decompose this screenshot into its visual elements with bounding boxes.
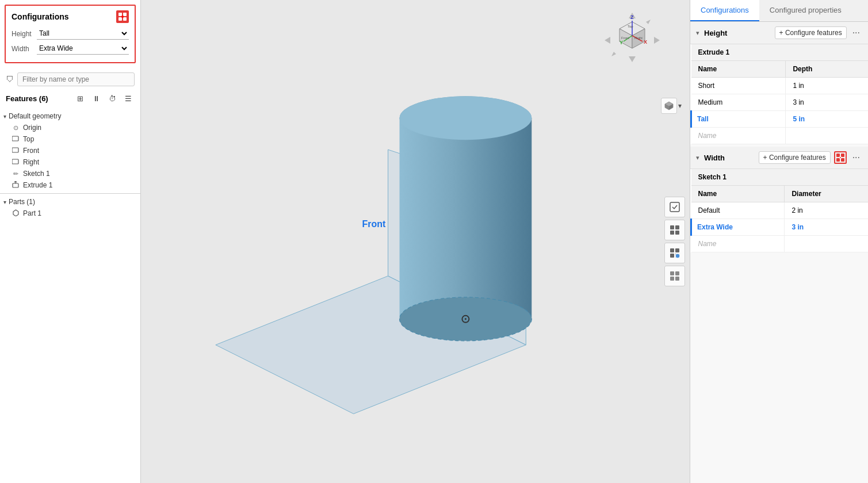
svg-rect-44	[675, 231, 679, 235]
svg-point-17	[465, 318, 466, 320]
toolbar-btn-4[interactable]	[664, 266, 685, 286]
tree-item-extrude1[interactable]: Extrude 1	[0, 179, 140, 191]
width-icon-box	[834, 151, 847, 164]
filter-icon: ⛉	[6, 75, 14, 84]
tree-item-part1[interactable]: Part 1	[0, 208, 140, 219]
svg-rect-59	[841, 158, 844, 162]
features-header: Features (6) ⊞ ⏸ ⏱ ☰	[0, 89, 140, 108]
tree-item-right[interactable]: Right	[0, 156, 140, 168]
view-cube-btn[interactable]: ▾	[661, 98, 682, 114]
width-more-btn[interactable]: ···	[850, 152, 862, 163]
height-collapse-icon[interactable]: ▾	[696, 29, 699, 37]
table-row-placeholder[interactable]: Name	[691, 236, 869, 252]
tree-area: ▾ Default geometry ⊙ Origin Top Front Ri…	[0, 108, 140, 483]
width-collapse-icon[interactable]: ▾	[696, 154, 699, 162]
svg-marker-22	[654, 37, 660, 44]
tree-item-origin[interactable]: ⊙ Origin	[0, 122, 140, 133]
list-btn[interactable]: ☰	[122, 92, 135, 105]
svg-rect-50	[670, 271, 674, 275]
cube-navigator[interactable]: Z Y X Top Front Right	[603, 12, 655, 63]
svg-point-61	[840, 157, 841, 158]
height-section: ▾ Height + Configure features ··· Extrud…	[690, 22, 868, 144]
toolbar-btn-2[interactable]	[664, 220, 685, 240]
tab-configured-properties[interactable]: Configured properties	[759, 0, 852, 21]
svg-rect-57	[841, 154, 844, 157]
origin-label: Origin	[23, 124, 41, 132]
front-label: Front	[23, 147, 39, 155]
top-label: Top	[23, 135, 34, 143]
plane-icon-front	[12, 147, 20, 154]
tree-item-sketch1[interactable]: ✏ Sketch 1	[0, 168, 140, 179]
svg-rect-8	[13, 183, 18, 187]
width-section-title: Width	[704, 154, 755, 162]
width-diameter-col: Diameter	[785, 186, 868, 202]
sketch1-label: Sketch 1	[23, 170, 50, 178]
filter-input[interactable]	[17, 72, 135, 86]
row-name-placeholder: Name	[691, 128, 786, 144]
width-name-col: Name	[691, 186, 785, 202]
toolbar-btn-1[interactable]	[664, 197, 685, 217]
add-feature-btn[interactable]: ⊞	[74, 92, 86, 105]
table-row-placeholder[interactable]: Name	[691, 128, 869, 144]
pause-btn[interactable]: ⏸	[90, 92, 102, 105]
tree-divider	[0, 193, 140, 194]
default-geometry-section[interactable]: ▾ Default geometry	[0, 110, 140, 122]
viewport: Front Right	[141, 0, 690, 483]
width-select[interactable]: Extra Wide Default	[37, 43, 129, 55]
svg-text:Right: Right	[634, 36, 643, 40]
svg-rect-7	[12, 159, 18, 164]
table-row[interactable]: Default 2 in	[691, 202, 869, 219]
svg-rect-1	[123, 13, 127, 16]
row-diameter-placeholder	[785, 236, 868, 252]
svg-rect-42	[675, 225, 679, 229]
height-more-btn[interactable]: ···	[850, 28, 862, 38]
right-panel: Configurations Configured properties ▾ H…	[690, 0, 868, 483]
toolbar-btn-3[interactable]	[664, 243, 685, 263]
height-depth-col: Depth	[786, 61, 868, 78]
tab-configurations[interactable]: Configurations	[690, 0, 759, 21]
row-depth-placeholder	[786, 128, 868, 144]
configurations-header: Configurations Height Tall Short Medium …	[5, 5, 136, 63]
chevron-icon: ▾	[3, 113, 6, 120]
svg-text:Front: Front	[621, 36, 629, 40]
parts-title: Parts (1)	[9, 198, 35, 206]
height-table: Extrude 1 Name Depth Short 1 in Medium 3…	[690, 44, 868, 144]
width-label: Width	[12, 45, 33, 53]
height-configure-btn[interactable]: + Configure features	[775, 26, 847, 39]
svg-rect-53	[675, 277, 679, 281]
row-name-placeholder: Name	[691, 236, 785, 252]
part-icon	[12, 209, 20, 217]
svg-marker-23	[646, 20, 651, 24]
part1-label: Part 1	[23, 209, 41, 217]
row-depth: 5 in	[786, 111, 868, 128]
tree-item-top[interactable]: Top	[0, 133, 140, 145]
table-row[interactable]: Medium 3 in	[691, 94, 869, 111]
plane-icon-right	[12, 159, 20, 166]
svg-point-15	[400, 96, 532, 140]
width-section-header: ▾ Width + Configure features ···	[690, 147, 868, 169]
svg-rect-6	[12, 148, 18, 152]
table-row-active[interactable]: Extra Wide 3 in	[691, 219, 869, 236]
row-name: Tall	[691, 111, 786, 128]
table-row-active[interactable]: Tall 5 in	[691, 111, 869, 128]
view-dropdown-arrow[interactable]: ▾	[678, 102, 682, 110]
right-toolbar	[664, 197, 685, 286]
clock-btn[interactable]: ⏱	[106, 92, 118, 105]
svg-point-4	[121, 16, 124, 18]
parts-section[interactable]: ▾ Parts (1)	[0, 196, 140, 208]
svg-rect-52	[670, 277, 674, 281]
table-row[interactable]: Short 1 in	[691, 78, 869, 94]
origin-icon: ⊙	[12, 124, 20, 132]
width-section: ▾ Width + Configure features ··· Sketch …	[690, 147, 868, 252]
3d-scene: Front Right	[141, 0, 690, 483]
right-label: Right	[23, 158, 39, 166]
width-configure-btn[interactable]: + Configure features	[759, 151, 831, 164]
svg-text:Y: Y	[620, 40, 623, 45]
width-feature-col: Sketch 1	[691, 169, 869, 186]
height-select[interactable]: Tall Short Medium	[37, 28, 129, 40]
left-panel: Configurations Height Tall Short Medium …	[0, 0, 141, 483]
sketch-icon: ✏	[12, 170, 20, 178]
height-name-col: Name	[691, 61, 786, 78]
svg-text:Top: Top	[628, 25, 633, 28]
tree-item-front[interactable]: Front	[0, 145, 140, 156]
